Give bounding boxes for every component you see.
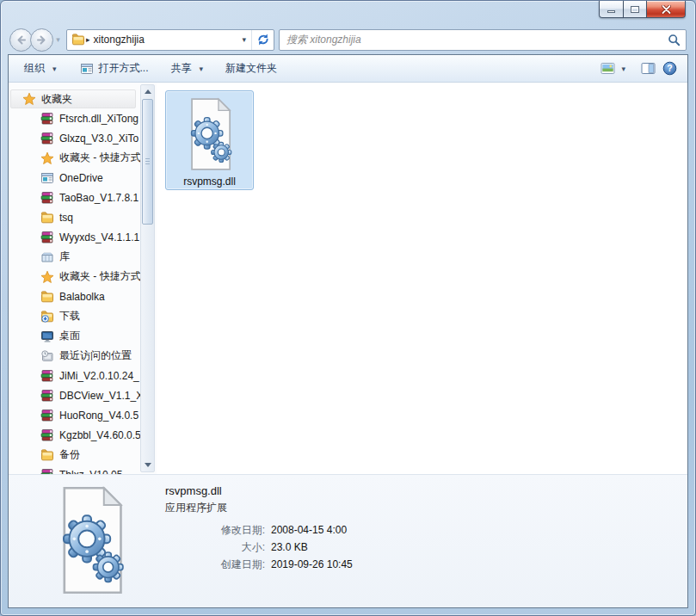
navigation-bar: ▾ ▸ xitongzhijia ▾ [9, 28, 687, 52]
sidebar-item[interactable]: Ftsrch.dll_XiTong [9, 108, 157, 128]
refresh-button[interactable] [251, 30, 274, 50]
sidebar-item-label: Balabolka [59, 291, 105, 303]
library-icon [40, 250, 54, 264]
organize-label: 组织 [24, 61, 45, 76]
book-icon [40, 369, 54, 383]
sidebar-item[interactable]: 桌面 [9, 326, 157, 346]
sidebar-item[interactable]: Balabolka [9, 286, 157, 306]
organize-button[interactable]: 组织 [19, 58, 62, 79]
breadcrumb-arrow-icon[interactable]: ▸ [86, 35, 90, 44]
new-folder-label: 新建文件夹 [225, 61, 277, 76]
sidebar-item[interactable]: Wyyxds_V4.1.1.1 [9, 227, 157, 247]
star-icon [40, 270, 54, 284]
open-with-label: 打开方式... [99, 61, 149, 76]
refresh-icon [256, 33, 270, 46]
file-list-area[interactable]: rsvpmsg.dll [157, 83, 687, 474]
details-filename: rsvpmsg.dll [165, 484, 353, 497]
sidebar-item-label: Ftsrch.dll_XiTong [59, 113, 139, 125]
app-icon [40, 171, 54, 185]
breadcrumb-location[interactable]: xitongzhijia [94, 34, 145, 46]
sidebar-item[interactable]: JiMi_V2.0.10.24_ [9, 366, 157, 385]
back-button[interactable] [9, 28, 33, 52]
sidebar-item[interactable]: 备份 [9, 445, 157, 465]
details-filetype: 应用程序扩展 [165, 501, 353, 515]
sidebar-item[interactable]: 收藏夹 [10, 89, 136, 108]
sidebar-item-label: Glxzq_V3.0_XiTo [59, 132, 139, 145]
sidebar-scrollbar[interactable] [140, 84, 155, 472]
details-label: 修改日期: [165, 521, 265, 539]
sidebar-item[interactable]: Kgzbbl_V4.60.0.5 [9, 425, 157, 445]
breadcrumb[interactable]: ▸ xitongzhijia [86, 34, 237, 46]
book-icon [40, 389, 54, 403]
share-button[interactable]: 共享 [166, 58, 209, 79]
sidebar-item[interactable]: Tblxz_V10.05 [9, 465, 157, 474]
search-box[interactable] [279, 29, 687, 51]
sidebar-item-label: 桌面 [59, 329, 80, 343]
preview-pane-icon[interactable] [640, 62, 656, 76]
star-icon [40, 151, 54, 165]
sidebar-item[interactable]: OneDrive [9, 168, 157, 188]
sidebar-item[interactable]: 库 [9, 247, 157, 267]
book-icon [40, 112, 54, 126]
explorer-window: ▾ ▸ xitongzhijia ▾ [0, 0, 696, 616]
sidebar-item-label: 备份 [59, 447, 80, 462]
sidebar-item-label: 库 [59, 249, 70, 264]
details-row: 创建日期: 2019-09-26 10:45 [165, 556, 353, 573]
details-value: 2019-09-26 10:45 [271, 556, 353, 573]
details-label: 创建日期: [165, 556, 265, 573]
search-icon[interactable] [668, 34, 681, 46]
new-folder-button[interactable]: 新建文件夹 [220, 58, 282, 79]
sidebar-item[interactable]: 下载 [9, 306, 157, 326]
scroll-up-button[interactable] [141, 85, 154, 98]
views-icon[interactable] [600, 62, 615, 76]
file-tile[interactable]: rsvpmsg.dll [165, 90, 254, 190]
star-icon [22, 92, 36, 106]
details-pane: rsvpmsg.dll 应用程序扩展 修改日期: 2008-04-15 4:00… [9, 474, 687, 607]
details-label: 大小: [165, 539, 265, 556]
recent-icon [40, 349, 54, 363]
maximize-button[interactable] [624, 1, 647, 18]
sidebar-item[interactable]: 收藏夹 - 快捷方式 [9, 148, 157, 168]
close-button[interactable] [647, 1, 686, 18]
sidebar-item-label: 最近访问的位置 [59, 348, 132, 363]
back-arrow-icon [15, 34, 28, 46]
sidebar-item[interactable]: Glxzq_V3.0_XiTo [9, 128, 157, 148]
close-icon [662, 5, 671, 14]
scrollbar-thumb[interactable] [142, 99, 153, 225]
sidebar-item[interactable]: 收藏夹 - 快捷方式 [9, 267, 157, 286]
sidebar-item[interactable]: TaoBao_V1.7.8.1 [9, 188, 157, 207]
details-row: 大小: 23.0 KB [165, 539, 353, 556]
window-controls [599, 1, 686, 18]
download-icon [40, 310, 54, 323]
sidebar-item-label: 收藏夹 - 快捷方式 [59, 151, 141, 165]
address-bar[interactable]: ▸ xitongzhijia ▾ [66, 29, 274, 51]
dll-file-icon-large [46, 485, 136, 595]
file-name: rsvpmsg.dll [183, 176, 236, 188]
open-with-icon [79, 62, 95, 76]
forward-button[interactable] [30, 28, 53, 52]
scroll-up-icon [145, 89, 151, 94]
search-input[interactable] [286, 34, 668, 46]
book-icon [40, 191, 54, 205]
open-with-button[interactable]: 打开方式... [74, 58, 154, 79]
sidebar-item[interactable]: 最近访问的位置 [9, 346, 157, 366]
sidebar-item[interactable]: DBCView_V1.1_X [9, 385, 157, 405]
address-dropdown-icon[interactable]: ▾ [237, 35, 251, 44]
minimize-button[interactable] [599, 1, 624, 18]
sidebar-item[interactable]: HuoRong_V4.0.5 [9, 405, 157, 425]
book-icon [40, 231, 54, 244]
book-icon [40, 428, 54, 442]
navigation-pane: 收藏夹 Ftsrch.dll_XiTong Glxzq_V3.0_XiTo 收藏… [9, 83, 157, 474]
views-dropdown-icon[interactable]: ▾ [621, 65, 625, 73]
share-label: 共享 [171, 61, 192, 76]
book-icon [40, 468, 54, 475]
sidebar-item[interactable]: tsq [9, 207, 157, 227]
history-dropdown[interactable]: ▾ [53, 35, 63, 44]
svg-text:?: ? [667, 63, 672, 73]
help-icon[interactable]: ? [662, 62, 677, 76]
folder-icon [40, 211, 54, 225]
explorer-frame: 组织 打开方式... 共享 新建文件夹 ▾ ? [8, 54, 688, 608]
command-bar: 组织 打开方式... 共享 新建文件夹 ▾ ? [9, 55, 687, 83]
scroll-down-button[interactable] [141, 459, 154, 471]
book-icon [40, 409, 54, 422]
